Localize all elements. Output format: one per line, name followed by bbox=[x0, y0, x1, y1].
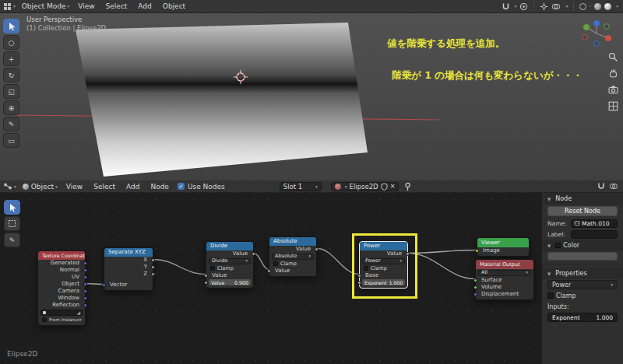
use-nodes-checkbox[interactable]: ✓ Use Nodes bbox=[174, 183, 228, 191]
socket-output[interactable] bbox=[83, 289, 87, 293]
collapse-triangle-icon[interactable]: ▼ bbox=[547, 197, 551, 201]
move-view-hand-icon[interactable] bbox=[608, 68, 618, 79]
ground-plane[interactable] bbox=[76, 23, 368, 177]
target-dropdown[interactable]: All▾ bbox=[478, 270, 531, 276]
node-math-power[interactable]: Power Value Power▾ Clamp Base Exponent1.… bbox=[359, 241, 408, 289]
socket-output[interactable] bbox=[83, 282, 87, 286]
menu-view[interactable]: View bbox=[72, 2, 100, 10]
menu-add-nodes[interactable]: Add bbox=[121, 183, 145, 191]
exponent-field[interactable]: Exponent1.000 bbox=[362, 279, 405, 285]
node-tool-box-select[interactable] bbox=[4, 216, 20, 231]
tool-select-box[interactable] bbox=[3, 19, 19, 33]
shading-rendered-icon[interactable] bbox=[604, 3, 611, 10]
editor-type-button[interactable]: ▾ bbox=[0, 2, 19, 11]
node-title[interactable]: Divide bbox=[206, 242, 253, 250]
gizmo-y-neg[interactable] bbox=[604, 24, 610, 30]
socket-input[interactable] bbox=[473, 285, 477, 289]
slot-dropdown[interactable]: Slot 1 ▾ bbox=[280, 182, 322, 191]
show-overlays-icon[interactable] bbox=[551, 2, 561, 11]
socket-output[interactable] bbox=[406, 252, 410, 256]
node-title[interactable]: Texture Coordinate bbox=[38, 251, 85, 260]
socket-input[interactable] bbox=[357, 281, 361, 285]
reset-node-button[interactable]: Reset Node bbox=[547, 206, 618, 216]
zoom-icon[interactable] bbox=[608, 52, 618, 62]
socket-output[interactable] bbox=[83, 296, 87, 300]
menu-select[interactable]: Select bbox=[100, 2, 133, 10]
operation-dropdown-sidebar[interactable]: Power ▾ bbox=[547, 280, 618, 289]
node-separate-xyz[interactable]: Separate XYZ X Y Z Vector bbox=[104, 247, 153, 291]
clamp-checkbox[interactable] bbox=[364, 266, 368, 271]
node-math-divide[interactable]: Divide Value Divide▾ Clamp Value Value0.… bbox=[206, 241, 254, 289]
unlink-material-button[interactable]: ✕ bbox=[390, 183, 396, 190]
socket-output[interactable] bbox=[151, 272, 155, 276]
material-selector[interactable]: ▾ Elipse2D ✕ bbox=[331, 182, 399, 191]
custom-color-checkbox[interactable] bbox=[555, 243, 561, 248]
gizmo-z-neg[interactable] bbox=[594, 41, 600, 47]
from-instancer-checkbox[interactable] bbox=[42, 317, 47, 322]
gizmo-x-axis[interactable] bbox=[605, 35, 611, 41]
node-tool-select[interactable] bbox=[4, 200, 20, 215]
snapping-icon[interactable] bbox=[597, 182, 606, 191]
show-gizmo-icon[interactable] bbox=[540, 2, 548, 11]
node-texture-coordinate[interactable]: Texture Coordinate Generated Normal UV O… bbox=[37, 250, 86, 326]
menu-select-nodes[interactable]: Select bbox=[88, 183, 121, 191]
node-title[interactable]: Separate XYZ bbox=[104, 248, 153, 257]
node-tool-annotate[interactable]: ✎ bbox=[4, 233, 20, 247]
panel-header-node[interactable]: ▼ Node bbox=[542, 193, 623, 205]
gizmo-y-axis[interactable] bbox=[583, 24, 590, 30]
operation-dropdown[interactable]: Divide▾ bbox=[209, 258, 251, 264]
node-viewer[interactable]: Viewer Image bbox=[477, 237, 530, 257]
camera-view-icon[interactable] bbox=[608, 85, 618, 95]
shading-material-icon[interactable] bbox=[594, 3, 601, 10]
operation-dropdown[interactable]: Power▾ bbox=[362, 258, 405, 264]
menu-node[interactable]: Node bbox=[145, 183, 174, 191]
socket-output[interactable] bbox=[83, 261, 87, 265]
operation-dropdown[interactable]: Absolute▾ bbox=[272, 254, 314, 260]
toggle-grid-icon[interactable] bbox=[608, 101, 618, 111]
tool-scale[interactable]: ◱ bbox=[3, 84, 19, 99]
socket-output[interactable] bbox=[151, 265, 155, 269]
name-field[interactable]: Math.010 bbox=[571, 219, 618, 228]
overlays-toggle-icon[interactable] bbox=[609, 182, 618, 191]
value-field[interactable]: Value0.900 bbox=[209, 279, 251, 285]
tool-move[interactable]: + bbox=[3, 51, 19, 66]
viewport-3d[interactable]: User Perspective (1) Collection | Elipse… bbox=[0, 13, 623, 180]
tool-measure[interactable]: ▭ bbox=[3, 133, 19, 148]
tool-annotate[interactable]: ✎ bbox=[3, 117, 19, 131]
tool-transform[interactable]: ⊕ bbox=[3, 100, 19, 115]
tool-rotate[interactable]: ↻ bbox=[3, 68, 19, 82]
socket-output[interactable] bbox=[83, 268, 87, 272]
socket-input[interactable] bbox=[473, 278, 477, 282]
socket-input[interactable] bbox=[357, 274, 361, 278]
socket-input[interactable] bbox=[102, 283, 106, 287]
node-title[interactable]: Absolute bbox=[269, 237, 316, 246]
node-title[interactable]: Power bbox=[360, 242, 407, 250]
label-field[interactable] bbox=[571, 230, 618, 239]
panel-header-color[interactable]: ▼ Color bbox=[542, 240, 623, 251]
exponent-slider[interactable]: Exponent 1.000 bbox=[547, 313, 618, 322]
collapse-triangle-icon[interactable]: ▼ bbox=[547, 243, 551, 248]
node-material-output[interactable]: Material Output All▾ Surface Volume Disp… bbox=[475, 259, 534, 300]
clamp-checkbox-sidebar[interactable] bbox=[547, 292, 554, 299]
socket-input[interactable] bbox=[204, 281, 208, 285]
socket-output[interactable] bbox=[83, 275, 87, 279]
node-title[interactable]: Material Output bbox=[476, 260, 533, 269]
mode-dropdown[interactable]: Object Mode ▾ bbox=[19, 2, 72, 10]
editor-type-button-nodes[interactable]: ▾ bbox=[0, 182, 19, 191]
gizmo-x-neg[interactable] bbox=[583, 35, 588, 40]
socket-input[interactable] bbox=[267, 269, 271, 273]
menu-add[interactable]: Add bbox=[132, 2, 157, 10]
panel-header-properties[interactable]: ▼ Properties bbox=[542, 268, 623, 279]
socket-input[interactable] bbox=[204, 274, 208, 278]
collapse-triangle-icon[interactable]: ▼ bbox=[547, 271, 551, 276]
object-picker-field[interactable]: ◢ bbox=[40, 310, 83, 316]
socket-output[interactable] bbox=[315, 247, 319, 251]
navigation-gizmo[interactable] bbox=[578, 17, 615, 51]
eyedropper-icon[interactable]: ◢ bbox=[76, 309, 80, 316]
socket-output[interactable] bbox=[151, 258, 155, 262]
menu-object[interactable]: Object bbox=[157, 2, 191, 10]
socket-output[interactable] bbox=[252, 252, 255, 256]
menu-view-nodes[interactable]: View bbox=[61, 183, 88, 191]
clamp-checkbox[interactable] bbox=[273, 261, 278, 266]
proportional-edit-icon[interactable] bbox=[519, 2, 528, 11]
